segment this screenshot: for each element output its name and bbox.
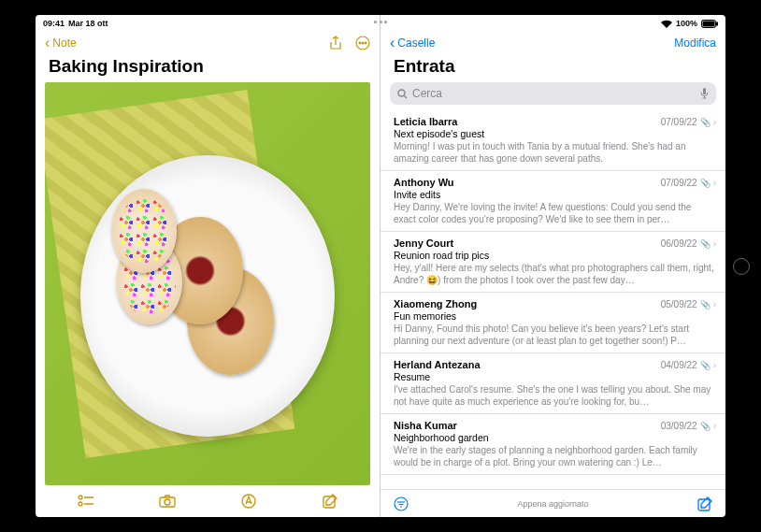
compose-mail-icon[interactable] — [697, 496, 712, 511]
chevron-left-icon: ‹ — [45, 35, 50, 51]
svg-point-6 — [79, 502, 82, 506]
mic-icon[interactable] — [700, 88, 709, 99]
mail-sender: Nisha Kumar — [394, 420, 457, 431]
mail-status-text: Appena aggiornato — [517, 499, 588, 509]
svg-point-9 — [165, 499, 170, 505]
mail-preview: I've attached Carol's resume. She's the … — [394, 383, 716, 408]
mail-preview: Hey Danny, We're loving the invite! A fe… — [394, 201, 716, 225]
screen: 09:41 Mar 18 ott ‹ Note — [36, 15, 725, 517]
chevron-left-icon: ‹ — [390, 35, 395, 51]
battery-pct: 100% — [676, 19, 697, 28]
mail-date: 07/09/22 — [661, 178, 697, 188]
mail-date: 07/09/22 — [661, 117, 697, 127]
notes-back-label: Note — [52, 36, 76, 50]
attachment-icon: 📎 — [700, 118, 711, 127]
mail-sender: Leticia Ibarra — [394, 116, 457, 127]
battery-icon — [701, 20, 718, 28]
notes-toolbar — [36, 485, 380, 517]
home-button[interactable] — [733, 258, 750, 275]
markup-icon[interactable] — [240, 493, 257, 510]
filter-icon[interactable] — [394, 496, 409, 511]
search-placeholder: Cerca — [412, 87, 696, 100]
mail-item[interactable]: Leticia Ibarra 07/09/22 📎 › Next episode… — [380, 110, 725, 171]
mail-nav-bar: ‹ Caselle Modifica — [380, 30, 725, 56]
mail-preview: We're in the early stages of planning a … — [394, 444, 716, 468]
note-title: Baking Inspiration — [36, 56, 380, 82]
mail-sender: Jenny Court — [394, 237, 453, 249]
mail-preview: Morning! I was put in touch with Tania b… — [394, 140, 716, 165]
attachment-icon: 📎 — [700, 179, 711, 188]
search-input[interactable]: Cerca — [390, 82, 716, 105]
mail-sender: Herland Antezana — [394, 359, 481, 370]
checklist-icon[interactable] — [78, 493, 94, 510]
mail-subject: Neighborhood garden — [394, 432, 716, 443]
notes-nav-bar: ‹ Note — [36, 30, 380, 56]
compose-icon[interactable] — [322, 493, 338, 510]
svg-point-15 — [398, 90, 405, 96]
svg-line-16 — [405, 95, 408, 98]
status-date: Mar 18 ott — [68, 19, 108, 28]
mail-item[interactable]: Anthony Wu 07/09/22 📎 › Invite edits Hey… — [380, 171, 725, 232]
more-icon[interactable] — [355, 36, 370, 50]
chevron-right-icon: › — [713, 421, 716, 431]
mail-subject: Resume — [394, 371, 716, 382]
multitask-dots-icon[interactable] — [374, 21, 387, 23]
chevron-right-icon: › — [713, 238, 716, 249]
mail-item[interactable]: Nisha Kumar 03/09/22 📎 › Neighborhood ga… — [380, 414, 725, 475]
chevron-right-icon: › — [713, 117, 716, 127]
mail-date: 05/09/22 — [661, 299, 697, 309]
svg-rect-14 — [716, 22, 718, 25]
mail-subject: Fun memories — [394, 310, 716, 322]
mail-subject: Reunion road trip pics — [394, 250, 716, 261]
mail-list[interactable]: Leticia Ibarra 07/09/22 📎 › Next episode… — [380, 110, 725, 489]
svg-rect-17 — [703, 88, 706, 94]
status-bar-right: 100% — [380, 15, 725, 30]
mail-back-label: Caselle — [397, 36, 435, 50]
chevron-right-icon: › — [713, 360, 716, 370]
attachment-icon: 📎 — [700, 239, 711, 249]
mail-edit-button[interactable]: Modifica — [674, 36, 716, 50]
search-icon — [397, 89, 408, 99]
mail-subject: Next episode's guest — [394, 128, 716, 139]
notes-back-button[interactable]: ‹ Note — [45, 35, 77, 51]
svg-rect-13 — [703, 22, 714, 26]
svg-point-4 — [79, 496, 82, 499]
attachment-icon: 📎 — [700, 300, 711, 309]
note-image[interactable] — [45, 82, 370, 485]
mail-item[interactable]: Jenny Court 06/09/22 📎 › Reunion road tr… — [380, 232, 725, 293]
mail-subject: Invite edits — [394, 189, 716, 200]
mail-preview: Hey, y'all! Here are my selects (that's … — [394, 262, 716, 286]
mail-item[interactable]: Herland Antezana 04/09/22 📎 › Resume I'v… — [380, 353, 725, 414]
chevron-right-icon: › — [713, 178, 716, 188]
note-body[interactable] — [36, 82, 380, 485]
attachment-icon: 📎 — [700, 422, 711, 431]
share-icon[interactable] — [329, 36, 342, 50]
ipad-frame: 09:41 Mar 18 ott ‹ Note — [0, 0, 761, 532]
mail-sender: Xiaomeng Zhong — [394, 298, 477, 309]
svg-point-1 — [359, 42, 361, 44]
svg-point-2 — [362, 42, 364, 44]
mail-sender: Anthony Wu — [394, 177, 454, 188]
status-time: 09:41 — [43, 19, 65, 28]
wifi-icon — [661, 20, 672, 28]
status-bar-left: 09:41 Mar 18 ott — [36, 15, 380, 30]
mail-item[interactable]: Xiaomeng Zhong 05/09/22 📎 › Fun memories… — [380, 293, 725, 353]
mail-date: 03/09/22 — [661, 421, 697, 431]
notes-app-pane: 09:41 Mar 18 ott ‹ Note — [36, 15, 380, 517]
mail-preview: Hi Danny, Found this photo! Can you beli… — [394, 323, 716, 347]
mail-date: 06/09/22 — [661, 238, 697, 249]
mail-app-pane: 100% ‹ Caselle Modifica Entrata — [380, 15, 725, 517]
chevron-right-icon: › — [713, 299, 716, 309]
mail-date: 04/09/22 — [661, 360, 697, 370]
camera-icon[interactable] — [159, 493, 176, 510]
svg-point-3 — [365, 42, 366, 44]
mail-title: Entrata — [380, 56, 725, 82]
mail-footer: Appena aggiornato — [380, 489, 725, 517]
attachment-icon: 📎 — [700, 361, 711, 370]
mail-back-button[interactable]: ‹ Caselle — [390, 35, 435, 51]
